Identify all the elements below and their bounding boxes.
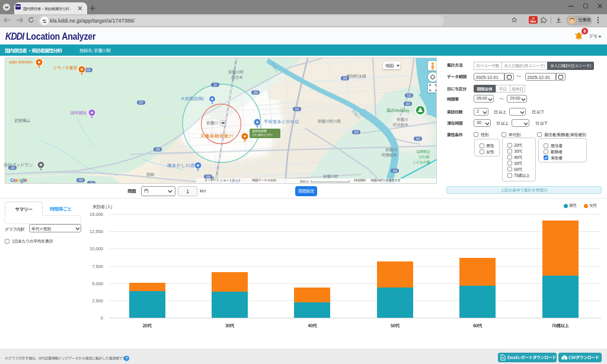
svg-text:305: 305 (354, 131, 359, 134)
svg-text:500 m: 500 m (300, 180, 309, 183)
svg-text:303: 303 (405, 103, 410, 106)
svg-text:306: 306 (392, 170, 397, 173)
svg-text:293: 293 (78, 179, 83, 182)
svg-text:299: 299 (155, 148, 160, 151)
svg-text:305: 305 (343, 77, 347, 80)
svg-text:23: 23 (90, 182, 93, 184)
svg-text:297: 297 (139, 101, 143, 104)
svg-text:Google: Google (10, 177, 27, 183)
svg-text:295: 295 (10, 167, 15, 170)
svg-text:533: 533 (407, 94, 411, 97)
svg-text:558: 558 (253, 91, 258, 94)
svg-text:306: 306 (206, 175, 210, 178)
svg-text:161: 161 (295, 108, 299, 111)
svg-text:294: 294 (86, 69, 91, 72)
svg-text:304: 304 (416, 138, 420, 141)
svg-text:23: 23 (213, 84, 217, 87)
